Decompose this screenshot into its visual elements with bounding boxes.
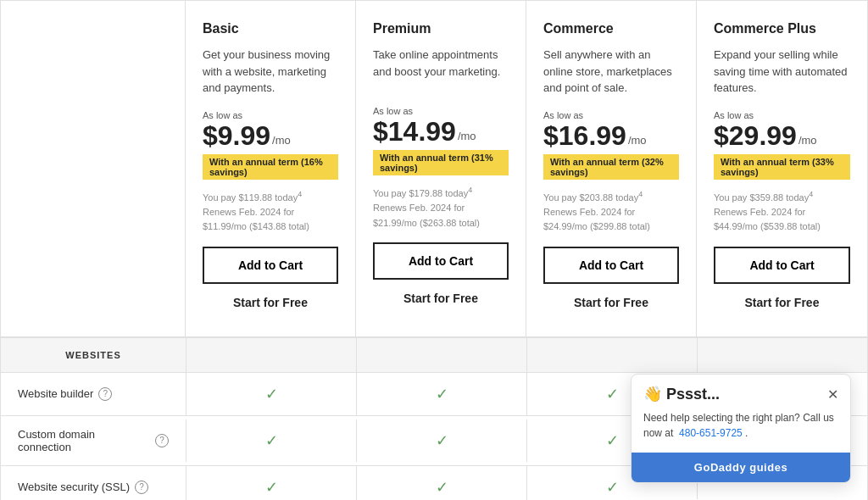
checkmark-icon: ✓ — [606, 479, 619, 496]
section-label: WEBSITES — [1, 338, 186, 372]
chat-popup-header: 👋 Pssst... ✕ — [632, 375, 850, 403]
feature-check-1: ✓ — [356, 373, 526, 415]
price-dollar-premium: $14.99 — [373, 118, 456, 145]
checkmark-icon: ✓ — [436, 386, 448, 403]
savings-badge-commerce-plus: With an annual term (33% savings) — [714, 154, 850, 180]
plan-header-commerce-plus: Commerce Plus Expand your selling while … — [697, 1, 867, 336]
feature-name: Website builder — [18, 387, 93, 400]
section-empty-1 — [186, 338, 356, 372]
plan-header-basic: Basic Get your business moving with a we… — [186, 1, 356, 336]
price-label-basic: As low as — [203, 110, 338, 120]
add-to-cart-button-commerce[interactable]: Add to Cart — [543, 247, 679, 284]
add-to-cart-button-commerce-plus[interactable]: Add to Cart — [714, 247, 850, 284]
feature-label-cell: Website security (SSL)? — [1, 469, 186, 500]
chat-popup-close-button[interactable]: ✕ — [827, 386, 838, 403]
add-to-cart-button-basic[interactable]: Add to Cart — [203, 247, 338, 284]
price-label-premium: As low as — [373, 106, 509, 116]
info-icon[interactable]: ? — [98, 387, 112, 401]
empty-header — [1, 1, 186, 336]
feature-check-0: ✓ — [186, 466, 356, 500]
plan-name-commerce: Commerce — [543, 21, 679, 36]
feature-check-0: ✓ — [186, 373, 356, 415]
start-free-link-basic[interactable]: Start for Free — [203, 296, 338, 316]
price-dollar-commerce: $16.99 — [543, 122, 626, 149]
checkmark-icon: ✓ — [606, 432, 619, 449]
chat-popup-title: 👋 Pssst... — [643, 385, 720, 403]
feature-check-1: ✓ — [356, 466, 526, 500]
chat-popup-phone-link[interactable]: 480-651-9725 — [679, 427, 743, 439]
payment-info-commerce: You pay $203.88 today4 Renews Feb. 2024 … — [543, 188, 679, 235]
savings-badge-commerce: With an annual term (32% savings) — [543, 154, 679, 180]
chat-popup-footer: GoDaddy guides — [632, 453, 850, 482]
checkmark-icon: ✓ — [436, 432, 448, 449]
plan-header-row: Basic Get your business moving with a we… — [1, 1, 867, 337]
plan-name-basic: Basic — [203, 21, 338, 36]
start-free-link-commerce[interactable]: Start for Free — [543, 296, 679, 316]
plan-desc-commerce: Sell anywhere with an online store, mark… — [543, 47, 679, 97]
godaddy-logo: GoDaddy guides — [694, 461, 787, 474]
add-to-cart-button-premium[interactable]: Add to Cart — [373, 242, 509, 280]
section-header-websites: WEBSITES — [1, 337, 867, 372]
plan-desc-premium: Take online appointments and boost your … — [373, 47, 509, 92]
plan-name-commerce-plus: Commerce Plus — [714, 21, 850, 36]
checkmark-icon: ✓ — [606, 386, 619, 403]
plan-name-premium: Premium — [373, 21, 509, 36]
checkmark-icon: ✓ — [265, 386, 278, 403]
start-free-link-premium[interactable]: Start for Free — [373, 292, 509, 312]
price-label-commerce: As low as — [543, 110, 679, 120]
chat-popup-title-text: Pssst... — [666, 386, 720, 403]
price-dollar-commerce-plus: $29.99 — [714, 122, 797, 149]
feature-name: Website security (SSL) — [18, 481, 130, 493]
payment-info-basic: You pay $119.88 today4 Renews Feb. 2024 … — [203, 188, 338, 235]
chat-popup-emoji: 👋 — [643, 386, 662, 403]
price-amount-basic: $9.99 /mo — [203, 122, 338, 149]
price-amount-commerce: $16.99 /mo — [543, 122, 679, 149]
section-empty-3 — [526, 338, 697, 372]
section-empty-2 — [356, 338, 526, 372]
checkmark-icon: ✓ — [265, 432, 278, 449]
price-amount-commerce-plus: $29.99 /mo — [714, 122, 850, 149]
chat-popup: 👋 Pssst... ✕ Need help selecting the rig… — [631, 374, 851, 483]
info-icon[interactable]: ? — [155, 434, 169, 447]
price-dollar-basic: $9.99 — [203, 122, 270, 149]
price-amount-premium: $14.99 /mo — [373, 118, 509, 145]
checkmark-icon: ✓ — [436, 479, 448, 496]
plan-header-premium: Premium Take online appointments and boo… — [356, 1, 526, 336]
chat-popup-body: Need help selecting the right plan? Call… — [632, 403, 850, 453]
price-label-commerce-plus: As low as — [714, 110, 850, 120]
plan-header-commerce: Commerce Sell anywhere with an online st… — [526, 1, 697, 336]
price-per-premium: /mo — [458, 130, 476, 142]
price-per-basic: /mo — [272, 134, 291, 147]
info-icon[interactable]: ? — [135, 481, 148, 494]
feature-check-1: ✓ — [356, 419, 526, 462]
price-per-commerce-plus: /mo — [798, 134, 817, 147]
feature-name: Custom domain connection — [18, 428, 150, 453]
plan-desc-basic: Get your business moving with a website,… — [203, 47, 338, 97]
feature-label-cell: Custom domain connection? — [1, 416, 186, 465]
checkmark-icon: ✓ — [265, 479, 278, 496]
savings-badge-basic: With an annual term (16% savings) — [203, 154, 338, 180]
savings-badge-premium: With an annual term (31% savings) — [373, 150, 509, 175]
section-empty-4 — [697, 338, 867, 372]
payment-info-premium: You pay $179.88 today4 Renews Feb. 2024 … — [373, 184, 509, 231]
feature-label-cell: Website builder? — [1, 375, 186, 413]
start-free-link-commerce-plus[interactable]: Start for Free — [714, 296, 850, 316]
plan-desc-commerce-plus: Expand your selling while saving time wi… — [714, 47, 850, 97]
price-per-commerce: /mo — [628, 134, 647, 147]
payment-info-commerce-plus: You pay $359.88 today4 Renews Feb. 2024 … — [714, 188, 850, 235]
feature-check-0: ✓ — [186, 419, 356, 462]
